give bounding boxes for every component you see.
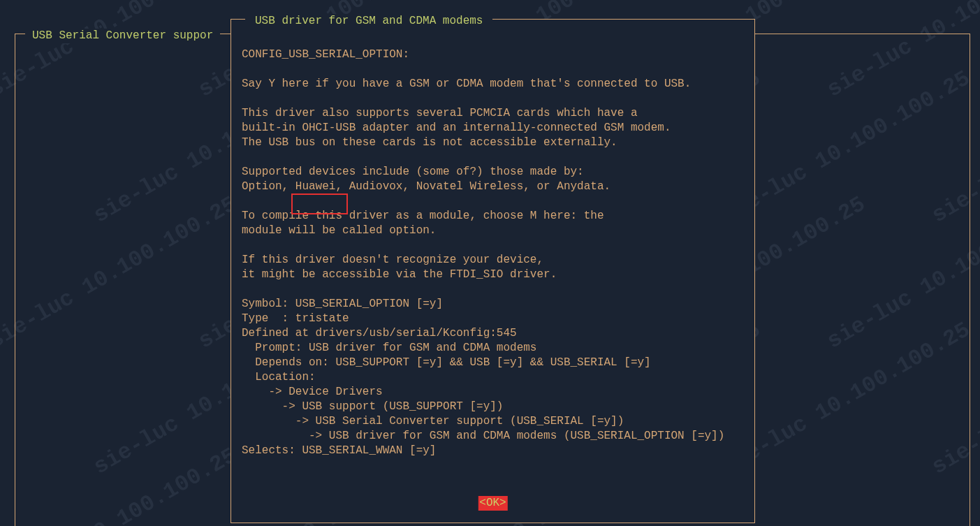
help-text-content: CONFIG_USB_SERIAL_OPTION: Say Y here if … <box>242 48 747 458</box>
help-dialog-border: USB driver for GSM and CDMA modems CONFI… <box>231 19 755 523</box>
help-dialog-title: USB driver for GSM and CDMA modems <box>245 14 492 29</box>
ok-button[interactable]: <OK> <box>478 496 507 511</box>
outer-window-title: USB Serial Converter suppor <box>25 29 220 43</box>
